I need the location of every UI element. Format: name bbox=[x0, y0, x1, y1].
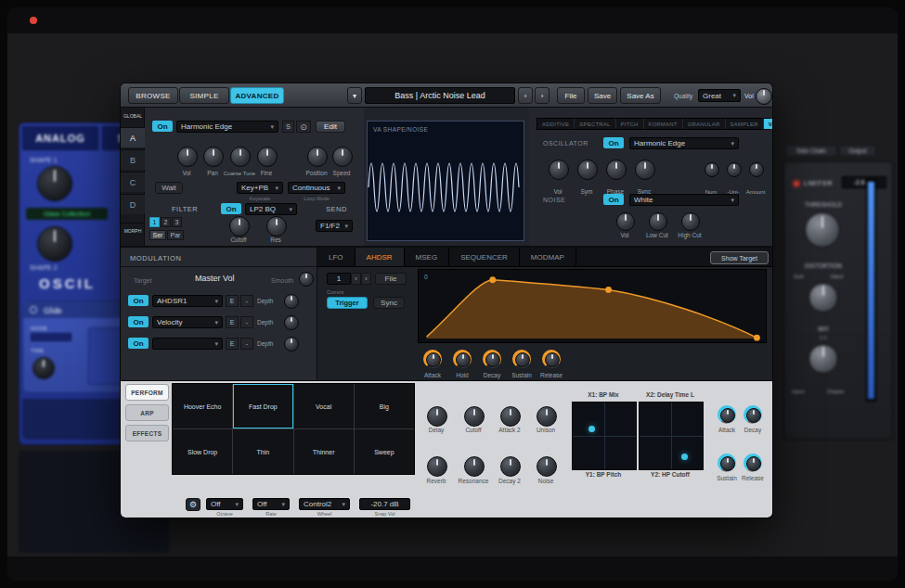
window-close-button[interactable] bbox=[30, 17, 37, 24]
solo-button[interactable]: S bbox=[282, 121, 294, 133]
rail-tab-b[interactable]: B bbox=[121, 149, 145, 170]
perform-unison-knob[interactable] bbox=[537, 406, 557, 427]
noise-type-select[interactable]: White▾ bbox=[629, 194, 739, 206]
master-vol-knob[interactable] bbox=[756, 88, 772, 105]
oscillator-wave-select[interactable]: Harmonic Edge▾ bbox=[629, 137, 739, 149]
transform-pad[interactable]: Sweep bbox=[355, 429, 414, 474]
tab-effects[interactable]: EFFECTS bbox=[125, 425, 169, 441]
mod-target-value[interactable]: Master Vol bbox=[195, 275, 235, 284]
perform-noise-knob[interactable] bbox=[537, 456, 557, 477]
perform-decay-knob[interactable] bbox=[743, 405, 762, 424]
noise-vol-knob[interactable] bbox=[616, 212, 635, 231]
transform-pad[interactable]: Hoover Echo bbox=[173, 384, 232, 428]
perform-attack2-knob[interactable] bbox=[500, 406, 521, 427]
ahdsr-next-button[interactable]: › bbox=[361, 273, 371, 285]
rail-tab-c[interactable]: C bbox=[121, 172, 145, 192]
tab-advanced[interactable]: ADVANCED bbox=[230, 87, 284, 104]
filter-slot-3-button[interactable]: 3 bbox=[172, 217, 182, 227]
mod-row1-on-toggle[interactable]: On bbox=[128, 295, 149, 306]
transform-pad[interactable]: Fast Drop bbox=[233, 384, 292, 428]
ahdsr-file-button[interactable]: File bbox=[375, 273, 407, 285]
rail-tab-a[interactable]: A bbox=[121, 127, 145, 147]
envelope-handle[interactable] bbox=[754, 335, 760, 341]
perform-sustain-knob[interactable] bbox=[718, 454, 736, 472]
send-dest-select[interactable]: F1/F2▾ bbox=[316, 220, 353, 232]
tab-browse[interactable]: BROWSE bbox=[128, 87, 178, 104]
rail-tab-global[interactable]: GLOBAL bbox=[121, 113, 145, 119]
mod-row2-depth-knob[interactable] bbox=[284, 315, 299, 330]
filter-slot-2-button[interactable]: 2 bbox=[161, 217, 171, 227]
source-fine-knob[interactable] bbox=[257, 147, 278, 167]
ahdsr-envelope-display[interactable]: 0 bbox=[418, 269, 767, 343]
rail-tab-morph[interactable]: MORPH bbox=[121, 223, 145, 234]
mod-row2-on-toggle[interactable]: On bbox=[128, 316, 149, 327]
source-speed-knob[interactable] bbox=[332, 147, 353, 167]
ahdsr-attack-knob[interactable] bbox=[423, 350, 442, 368]
tune-mode-select[interactable]: Key+PB▾ bbox=[237, 182, 283, 194]
filter-on-toggle[interactable]: On bbox=[221, 203, 241, 214]
tab-granular[interactable]: GRANULAR bbox=[683, 119, 726, 129]
mod-row3-mode-button[interactable]: - bbox=[240, 338, 253, 350]
ahdsr-release-knob[interactable] bbox=[542, 350, 561, 368]
tab-formant[interactable]: FORMANT bbox=[644, 119, 683, 129]
edit-button[interactable]: Edit bbox=[316, 121, 345, 133]
octave-select[interactable]: Off▾ bbox=[206, 498, 243, 510]
mod-smooth-knob[interactable] bbox=[299, 272, 314, 287]
tab-arp[interactable]: ARP bbox=[125, 404, 169, 421]
save-button[interactable]: Save bbox=[588, 87, 617, 104]
osc-unison-amount-knob[interactable] bbox=[749, 162, 764, 177]
perform-delay-knob[interactable] bbox=[427, 406, 447, 427]
preset-prev-button[interactable]: ‹ bbox=[518, 87, 533, 104]
transform-pad[interactable]: Big bbox=[355, 384, 414, 428]
mod-row3-depth-knob[interactable] bbox=[284, 337, 299, 352]
preset-next-button[interactable]: › bbox=[535, 87, 549, 104]
filter-type-select[interactable]: LP2 BQ▾ bbox=[245, 203, 297, 215]
ahdsr-decay-knob[interactable] bbox=[483, 350, 501, 368]
source-on-toggle[interactable]: On bbox=[152, 121, 173, 132]
perform-cutoff-knob[interactable] bbox=[464, 406, 485, 427]
gear-icon[interactable]: ⚙ bbox=[186, 498, 200, 511]
snap-vol-readout[interactable]: -20.7 dB bbox=[359, 498, 410, 510]
tab-spectral[interactable]: SPECTRAL bbox=[575, 119, 615, 129]
xy-dot[interactable] bbox=[588, 426, 595, 432]
tab-perform[interactable]: PERFORM bbox=[125, 384, 169, 401]
noise-highcut-knob[interactable] bbox=[681, 212, 700, 231]
osc-phase-knob[interactable] bbox=[606, 160, 627, 180]
rail-tab-d[interactable]: D bbox=[121, 194, 145, 214]
mod-row2-source-select[interactable]: Velocity▾ bbox=[152, 316, 223, 328]
quality-select[interactable]: Great▾ bbox=[698, 89, 741, 102]
perform-attack-knob[interactable] bbox=[718, 405, 736, 424]
mod-row3-source-select[interactable]: ▾ bbox=[152, 338, 223, 350]
background-channel-strip-window[interactable]: Side Chain Output LIMITER -2.6 dB THRESH… bbox=[783, 145, 893, 440]
ahdsr-index-readout[interactable]: 1 bbox=[327, 273, 351, 285]
ahdsr-hold-knob[interactable] bbox=[453, 350, 472, 368]
filter-parallel-button[interactable]: Par bbox=[167, 230, 184, 240]
transform-pad[interactable]: Thinner bbox=[294, 429, 354, 474]
xy-pad-2[interactable] bbox=[639, 402, 704, 470]
osc-vol-knob[interactable] bbox=[549, 160, 569, 180]
envelope-handle[interactable] bbox=[605, 287, 612, 293]
show-target-button[interactable]: Show Target bbox=[710, 251, 769, 264]
xy-dot[interactable] bbox=[681, 454, 688, 460]
osc-unison-num-knob[interactable] bbox=[705, 162, 719, 177]
wait-toggle[interactable]: Wait bbox=[155, 182, 183, 194]
ahdsr-sustain-knob[interactable] bbox=[512, 350, 531, 368]
mod-row1-curve-button[interactable]: E bbox=[226, 295, 239, 307]
tab-simple[interactable]: SIMPLE bbox=[179, 87, 229, 104]
mod-row3-on-toggle[interactable]: On bbox=[128, 338, 149, 349]
preset-menu-chevron-icon[interactable]: ▾ bbox=[347, 87, 362, 104]
source-wave-select[interactable]: Harmonic Edge▾ bbox=[176, 121, 278, 133]
noise-on-toggle[interactable]: On bbox=[603, 194, 624, 205]
tab-sequencer[interactable]: SEQUENCER bbox=[449, 248, 520, 266]
source-pan-knob[interactable] bbox=[203, 147, 224, 167]
preset-display[interactable]: Bass | Arctic Noise Lead bbox=[365, 87, 515, 104]
osc-sync-knob[interactable] bbox=[635, 160, 655, 180]
oscillator-on-toggle[interactable]: On bbox=[603, 137, 624, 148]
mod-row2-curve-button[interactable]: E bbox=[226, 316, 239, 328]
source-vol-knob[interactable] bbox=[177, 147, 198, 167]
filter-serial-button[interactable]: Ser bbox=[149, 230, 166, 240]
filter-res-knob[interactable] bbox=[266, 216, 287, 236]
tab-mseg[interactable]: MSEG bbox=[405, 248, 450, 266]
rate-select[interactable]: Off▾ bbox=[252, 498, 290, 510]
mod-row1-mode-button[interactable]: - bbox=[240, 295, 253, 307]
